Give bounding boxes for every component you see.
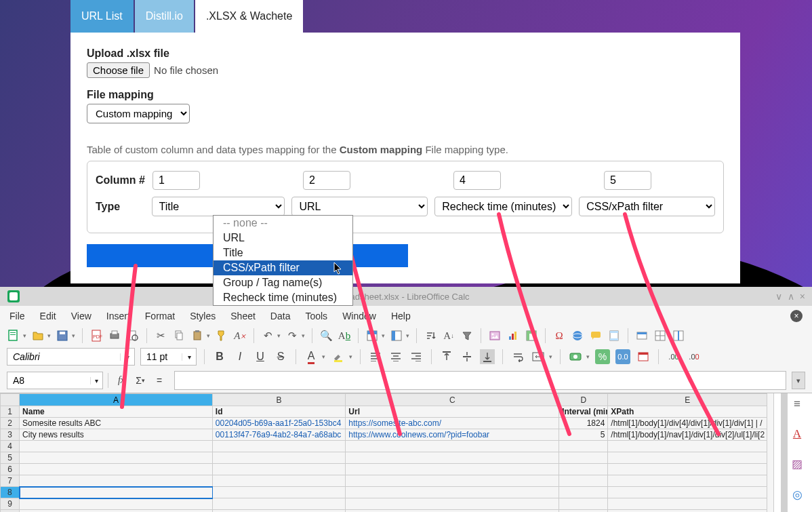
currency-dropdown[interactable]: ▾ [586, 353, 590, 360]
row-header-4[interactable]: 4 [1, 441, 20, 452]
cell-c2[interactable]: https://somesite-abc.com/ [346, 418, 559, 429]
freeze-panes-icon[interactable] [653, 329, 667, 342]
vertical-scrollbar[interactable] [781, 393, 788, 512]
menu-insert[interactable]: Insert [106, 311, 130, 321]
sort-asc-icon[interactable] [424, 329, 437, 342]
align-top-icon[interactable] [439, 349, 454, 364]
define-range-icon[interactable] [635, 329, 649, 342]
print-preview-icon[interactable] [126, 329, 140, 342]
col-header-c[interactable]: C [346, 394, 559, 406]
type-select-3[interactable]: Recheck time (minutes) [434, 197, 572, 216]
row-dropdown[interactable]: ▾ [382, 332, 385, 339]
row-header-2[interactable]: 2 [1, 418, 20, 429]
cell-e3[interactable]: /html[1]/body[1]/nav[1]/div[1]/div[2]/ul… [608, 429, 767, 441]
menu-help[interactable]: Help [391, 311, 411, 321]
font-name-input[interactable] [7, 351, 120, 362]
font-size-combo[interactable]: ▾ [140, 348, 197, 366]
tab-url-list[interactable]: URL List [70, 0, 134, 33]
type-select-1[interactable]: Title [152, 197, 285, 216]
tab-xlsx-wachete[interactable]: .XLSX & Wachete [195, 0, 303, 33]
new-doc-dropdown[interactable]: ▾ [23, 332, 26, 339]
undo-icon[interactable]: ↶ [261, 329, 275, 342]
cell-a9[interactable] [20, 498, 213, 510]
menu-styles[interactable]: Styles [190, 311, 216, 321]
align-bottom-icon[interactable] [480, 349, 495, 364]
col-header-b[interactable]: B [212, 394, 346, 406]
italic-icon[interactable]: I [232, 349, 247, 364]
menu-edit[interactable]: Edit [40, 311, 56, 321]
wrap-text-icon[interactable] [510, 349, 525, 364]
row-header-7[interactable]: 7 [1, 475, 20, 487]
copy-icon[interactable] [172, 329, 186, 342]
menu-file[interactable]: File [9, 311, 25, 321]
dropdown-option-group[interactable]: Group / Tag name(s) [214, 275, 352, 290]
dropdown-option-recheck[interactable]: Recheck time (minutes) [214, 290, 352, 305]
cell-d3[interactable]: 5 [559, 429, 608, 441]
formula-expand-icon[interactable]: ▾ [792, 372, 805, 389]
cell-a5[interactable] [20, 452, 213, 464]
cell-b2[interactable]: 00204d05-b69a-aa1f-25a0-153bc4 [212, 418, 346, 429]
close-window-icon[interactable]: × [800, 291, 805, 302]
menu-view[interactable]: View [71, 311, 92, 321]
cell-a6[interactable] [20, 464, 213, 475]
cell-reference-dropdown-icon[interactable]: ▾ [90, 377, 102, 385]
strikethrough-icon[interactable]: S [273, 349, 288, 364]
save-dropdown[interactable]: ▾ [72, 332, 75, 339]
headers-footers-icon[interactable] [607, 329, 621, 342]
equals-icon[interactable]: = [151, 372, 167, 389]
number-icon[interactable]: 0.0 [615, 349, 630, 364]
font-color-icon[interactable]: A [304, 349, 319, 364]
sidebar-navigator-icon[interactable]: ◎ [792, 488, 803, 502]
cell-e2[interactable]: /html[1]/body[1]/div[4]/div[1]/div[1]/di… [608, 418, 767, 429]
save-icon[interactable] [56, 329, 69, 342]
font-name-dropdown-icon[interactable]: ▾ [120, 353, 134, 361]
autofilter-icon[interactable] [460, 329, 474, 342]
column-dropdown[interactable]: ▾ [406, 332, 409, 339]
col-header-d[interactable]: D [559, 394, 608, 406]
mapping-select[interactable]: Custom mapping [87, 104, 190, 123]
sort-desc-icon[interactable]: A↓ [442, 329, 455, 342]
tab-distill[interactable]: Distill.io [135, 0, 194, 33]
corner-cell[interactable] [1, 394, 20, 406]
spellcheck-icon[interactable]: Ab [338, 329, 351, 342]
row-icon[interactable] [365, 329, 379, 342]
new-doc-icon[interactable] [7, 329, 20, 342]
open-dropdown[interactable]: ▾ [47, 332, 51, 339]
insert-image-icon[interactable] [488, 329, 502, 342]
currency-icon[interactable] [568, 349, 583, 364]
sidebar-styles-icon[interactable]: A [793, 427, 801, 441]
row-header-10[interactable]: 10 [1, 510, 20, 513]
document-close-icon[interactable]: × [790, 310, 803, 322]
comment-icon[interactable] [589, 329, 603, 342]
formula-input[interactable] [174, 371, 786, 390]
font-size-dropdown-icon[interactable]: ▾ [182, 353, 196, 361]
menu-format[interactable]: Format [145, 311, 175, 321]
insert-chart-icon[interactable] [506, 329, 520, 342]
bold-icon[interactable]: B [212, 349, 227, 364]
col-header-a[interactable]: A [20, 394, 213, 406]
menu-tools[interactable]: Tools [305, 311, 327, 321]
dropdown-option-title[interactable]: Title [214, 245, 352, 260]
sidebar-gallery-icon[interactable]: ▨ [792, 457, 803, 471]
hyperlink-icon[interactable] [571, 329, 584, 342]
paste-icon[interactable] [190, 329, 204, 342]
cell-d1[interactable]: Interval (min) [559, 406, 608, 418]
column-input-2[interactable] [303, 171, 350, 190]
cell-d2[interactable]: 1824 [559, 418, 608, 429]
align-right-icon[interactable] [409, 349, 424, 364]
column-input-1[interactable] [153, 171, 200, 190]
export-pdf-icon[interactable]: PDF [89, 329, 103, 342]
cut-icon[interactable]: ✂ [154, 329, 167, 342]
sum-icon[interactable]: Σ▾ [132, 372, 148, 389]
cell-a4[interactable] [20, 441, 213, 452]
align-vcenter-icon[interactable] [460, 349, 474, 364]
highlight-color-dropdown[interactable]: ▾ [349, 353, 352, 360]
redo-dropdown[interactable]: ▾ [302, 332, 305, 339]
type-select-2[interactable]: URL [291, 197, 428, 216]
cell-a2[interactable]: Somesite results ABC [20, 418, 213, 429]
menu-window[interactable]: Window [342, 311, 376, 321]
cell-a3[interactable]: City news results [20, 429, 213, 441]
font-color-dropdown[interactable]: ▾ [322, 353, 325, 360]
row-header-1[interactable]: 1 [1, 406, 20, 418]
cell-reference-input[interactable] [7, 375, 90, 386]
